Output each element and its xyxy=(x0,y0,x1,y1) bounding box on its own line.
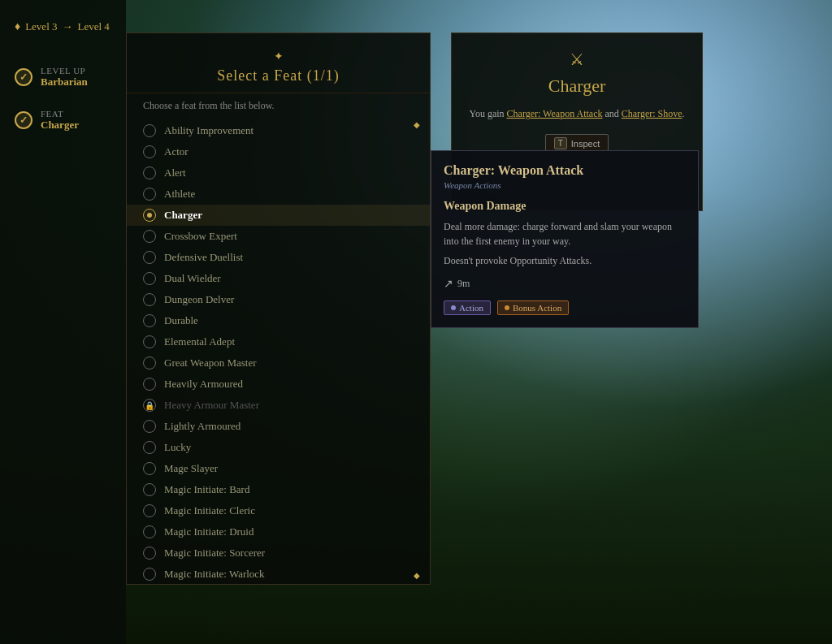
feat-list-item[interactable]: Alert xyxy=(127,162,430,184)
feat-name: Defensive Duellist xyxy=(164,251,243,264)
feat-name: Ability Improvement xyxy=(164,124,254,137)
feat-panel-header: ✦ Select a Feat (1/1) xyxy=(127,33,430,93)
detail-icon: ⚔ xyxy=(468,50,686,69)
sidebar-item-levelup[interactable]: ✓ Level Up Barbarian xyxy=(8,58,118,97)
feat-list-item[interactable]: Charger xyxy=(127,205,430,226)
feat-radio xyxy=(143,525,156,538)
charger-shove-link[interactable]: Charger: Shove xyxy=(622,108,682,119)
feat-radio xyxy=(143,209,156,222)
action-label: Action xyxy=(459,303,483,313)
feat-name: Actor xyxy=(164,145,188,158)
feat-radio xyxy=(143,166,156,179)
feat-name: Heavily Armoured xyxy=(164,378,243,391)
feat-list-item[interactable]: Magic Initiate: Warlock xyxy=(127,564,430,584)
tooltip-category: Weapon Actions xyxy=(444,180,686,190)
level-from: Level 3 xyxy=(25,20,57,33)
feat-list-item[interactable]: Magic Initiate: Druid xyxy=(127,521,430,542)
feat-selection-panel: ✦ Select a Feat (1/1) Choose a feat from… xyxy=(126,32,431,585)
checkmark-levelup: ✓ xyxy=(20,71,28,84)
check-circle-levelup: ✓ xyxy=(15,68,32,86)
feat-radio xyxy=(143,293,156,306)
feat-name: Mage Slayer xyxy=(164,462,218,475)
feat-list-item[interactable]: Defensive Duellist xyxy=(127,247,430,268)
tag-action: Action xyxy=(444,300,491,315)
feat-name: Crossbow Expert xyxy=(164,230,237,243)
level-indicator: ♦ Level 3 → Level 4 xyxy=(8,16,118,37)
scroll-diamond-top: ◆ xyxy=(414,120,420,129)
action-dot xyxy=(451,305,456,310)
feat-radio xyxy=(143,462,156,475)
feat-radio xyxy=(143,230,156,243)
desc-prefix: You gain xyxy=(469,108,506,119)
feat-panel-subtitle: Choose a feat from the list below. xyxy=(127,93,430,116)
desc-middle: and xyxy=(602,108,621,119)
bonus-dot xyxy=(505,305,509,310)
tooltip-title: Charger: Weapon Attack xyxy=(444,163,686,178)
charger-weapon-attack-link[interactable]: Charger: Weapon Attack xyxy=(507,108,603,119)
feat-name: Dual Wielder xyxy=(164,272,221,285)
level-icon: ♦ xyxy=(15,20,20,33)
feat-list: Ability ImprovementActorAlertAthleteChar… xyxy=(127,120,430,584)
feat-name: Durable xyxy=(164,314,198,327)
feat-list-item[interactable]: Crossbow Expert xyxy=(127,226,430,247)
feat-name: Charger xyxy=(164,209,202,222)
feat-name: Athlete xyxy=(164,188,195,201)
feat-list-item[interactable]: Elemental Adept xyxy=(127,331,430,352)
feat-list-item[interactable]: Heavily Armoured xyxy=(127,374,430,395)
feat-list-container[interactable]: ◆ Ability ImprovementActorAlertAthleteCh… xyxy=(127,116,430,584)
feat-list-item[interactable]: Athlete xyxy=(127,184,430,205)
feat-list-item[interactable]: Ability Improvement xyxy=(127,120,430,141)
feat-name: Elemental Adept xyxy=(164,335,235,348)
tooltip-section-title: Weapon Damage xyxy=(444,200,686,213)
level-to: Level 4 xyxy=(78,20,110,33)
bonus-label: Bonus Action xyxy=(513,303,561,313)
check-circle-feat: ✓ xyxy=(15,111,32,129)
feat-radio xyxy=(143,547,156,560)
feat-radio xyxy=(143,272,156,285)
feat-list-item[interactable]: 🔒Heavy Armour Master xyxy=(127,395,430,416)
sidebar-label-feat: Feat xyxy=(41,109,79,119)
feat-list-item[interactable]: Durable xyxy=(127,310,430,331)
feat-radio xyxy=(143,314,156,327)
inspect-key: T xyxy=(554,137,567,149)
feat-name: Heavy Armour Master xyxy=(164,399,259,412)
feat-list-item[interactable]: Great Weapon Master xyxy=(127,352,430,374)
feat-list-item[interactable]: Magic Initiate: Cleric xyxy=(127,500,430,521)
feat-panel-title: Select a Feat (1/1) xyxy=(143,67,414,84)
feat-list-item[interactable]: Dual Wielder xyxy=(127,268,430,289)
sidebar-value-levelup: Barbarian xyxy=(41,76,88,89)
feat-list-item[interactable]: Lightly Armoured xyxy=(127,416,430,437)
feat-list-item[interactable]: Actor xyxy=(127,141,430,162)
feat-radio: 🔒 xyxy=(143,399,156,412)
feat-name: Lucky xyxy=(164,441,191,454)
feat-radio xyxy=(143,420,156,433)
feat-list-item[interactable]: Mage Slayer xyxy=(127,458,430,479)
tooltip-tags: Action Bonus Action xyxy=(444,300,686,315)
detail-title: Charger xyxy=(468,76,686,97)
sidebar-item-feat[interactable]: ✓ Feat Charger xyxy=(8,101,118,140)
feat-list-item[interactable]: Lucky xyxy=(127,437,430,458)
feat-list-item[interactable]: Magic Initiate: Sorcerer xyxy=(127,542,430,564)
checkmark-feat: ✓ xyxy=(20,115,28,127)
feat-radio xyxy=(143,188,156,201)
desc-suffix: . xyxy=(682,108,685,119)
sidebar-value-feat: Charger xyxy=(41,119,79,132)
feat-radio xyxy=(143,504,156,517)
feat-name: Magic Initiate: Bard xyxy=(164,483,249,496)
tag-bonus-action: Bonus Action xyxy=(497,300,569,315)
feat-name: Dungeon Delver xyxy=(164,293,234,306)
feat-radio xyxy=(143,378,156,391)
feat-radio xyxy=(143,124,156,137)
sidebar: ♦ Level 3 → Level 4 ✓ Level Up Barbarian… xyxy=(0,0,126,644)
inspect-label: Inspect xyxy=(571,139,600,149)
feat-radio xyxy=(143,357,156,370)
feat-list-item[interactable]: Magic Initiate: Bard xyxy=(127,479,430,500)
feat-name: Great Weapon Master xyxy=(164,357,257,370)
feat-list-item[interactable]: Dungeon Delver xyxy=(127,289,430,310)
feat-radio xyxy=(143,483,156,496)
feat-radio xyxy=(143,335,156,348)
panel-ornament-top: ✦ xyxy=(143,50,414,63)
feat-radio xyxy=(143,441,156,454)
tooltip-description: Deal more damage: charge forward and sla… xyxy=(444,219,686,249)
feat-name: Magic Initiate: Warlock xyxy=(164,568,265,581)
